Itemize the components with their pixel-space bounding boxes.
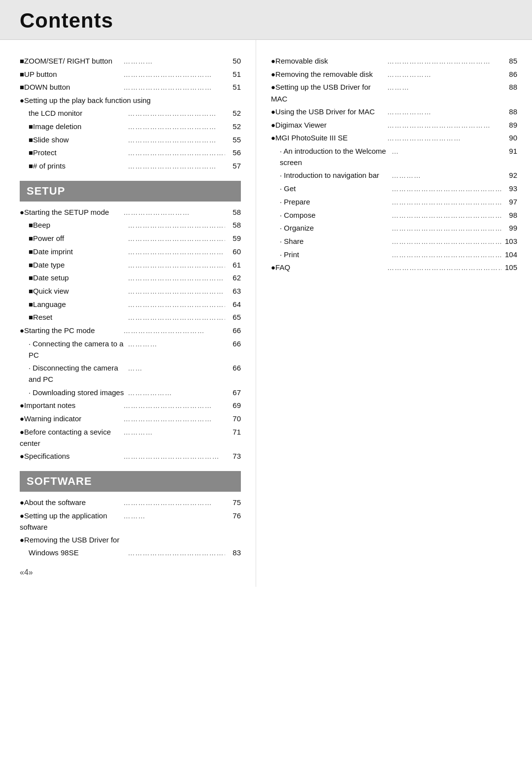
toc-item: · Connecting the camera to a PC…………66: [20, 338, 241, 361]
toc-item-label: the LCD monitor: [20, 107, 126, 119]
toc-item-page: 88: [501, 106, 517, 117]
toc-item: the LCD monitor………………………………52: [20, 107, 241, 119]
toc-item-dots: ……: [126, 363, 226, 374]
toc-item-page: 52: [225, 107, 241, 119]
toc-item-dots: ………………………………: [122, 498, 226, 508]
toc-item: ●FAQ……………………………………………………105: [271, 262, 517, 273]
toc-item-page: 52: [225, 121, 241, 132]
toc-item-dots: ………………: [385, 107, 501, 118]
toc-item: ■Date imprint…………………………………60: [20, 246, 241, 258]
toc-item-dots: ………………………………: [122, 69, 226, 80]
toc-item-dots: ……………………………………: [126, 234, 226, 244]
toc-item-label: · Organize: [271, 222, 390, 234]
toc-item: ■Quick view…………………………………63: [20, 285, 241, 297]
toc-item: · Disconnecting the camera and PC……66: [20, 362, 241, 385]
toc-item-label: · Get: [271, 183, 390, 194]
toc-item-dots: …………………………………: [122, 451, 226, 462]
toc-item-dots: ………………………………………………: [390, 250, 501, 261]
toc-item-dots: …………………………………………: [126, 312, 226, 323]
toc-item-page: 51: [225, 68, 241, 80]
toc-item-label: ●Starting the PC mode: [20, 325, 122, 336]
toc-item-label: · Compose: [271, 209, 390, 221]
toc-item-page: 57: [225, 160, 241, 171]
toc-item-dots: ……………………………: [122, 326, 226, 337]
right-toc-section: ●Removable disk……………………………………85●Removing…: [271, 50, 517, 273]
toc-item-page: 71: [225, 426, 241, 438]
toc-item-page: 75: [225, 497, 241, 508]
toc-item-label: · Prepare: [271, 196, 390, 207]
toc-item: ●Important notes………………………………69: [20, 400, 241, 411]
toc-item-page: 91: [501, 145, 517, 157]
toc-item-dots: ………: [122, 511, 226, 522]
toc-item-dots: …………………………………: [126, 273, 226, 284]
toc-item-label: · Share: [271, 236, 390, 247]
toc-item-dots: …………………………: [385, 133, 501, 144]
toc-item-page: 65: [225, 311, 241, 323]
toc-item: ■Protect……………………………………56: [20, 147, 241, 159]
setup-toc-section: ●Starting the SETUP mode………………………58■Beep…: [20, 206, 241, 462]
toc-item-page: 55: [225, 134, 241, 145]
toc-item-dots: …………: [390, 170, 501, 181]
toc-item-label: ■ZOOM/SET/ RIGHT button: [20, 55, 122, 67]
toc-item: ●Digimax Viewer……………………………………89: [271, 119, 517, 131]
toc-item-dots: ………………: [126, 388, 226, 399]
toc-item-page: 86: [501, 68, 517, 80]
toc-item-label: ■Quick view: [20, 285, 126, 297]
toc-item-dots: …………: [122, 427, 226, 438]
toc-item: ●Setting up the application software………7…: [20, 510, 241, 533]
toc-item-dots: ………………………………: [126, 161, 226, 172]
toc-item-dots: …………………………………: [126, 247, 226, 258]
toc-item-label: ■Beep: [20, 219, 126, 231]
toc-item-label: · Disconnecting the camera and PC: [20, 362, 126, 385]
toc-item-label: Windows 98SE: [20, 547, 126, 558]
toc-item-label: ■Reset: [20, 311, 126, 323]
toc-item-label: ●Starting the SETUP mode: [20, 206, 122, 218]
toc-item-label: ●Using the USB Driver for MAC: [271, 106, 385, 117]
toc-item-dots: ………………………………: [122, 82, 226, 93]
toc-item: · Downloading stored images………………67: [20, 387, 241, 399]
toc-item-label: ●Warning indicator: [20, 413, 122, 424]
toc-item: · Print………………………………………………104: [271, 249, 517, 261]
toc-item-page: 88: [501, 81, 517, 93]
toc-item: ●Before contacting a sevice center…………71: [20, 426, 241, 449]
toc-item-page: 103: [501, 236, 517, 247]
toc-item-dots: ……………………………………………: [390, 236, 501, 247]
toc-item-label: ●FAQ: [271, 262, 385, 273]
toc-item: ●Using the USB Driver for MAC………………88: [271, 106, 517, 118]
toc-item-dots: ………………………: [122, 207, 226, 218]
toc-item: ●MGI PhotoSuite III SE…………………………90: [271, 132, 517, 144]
toc-item: ■Image deletion………………………………52: [20, 121, 241, 133]
toc-item-label: ●Setting up the USB Driver for MAC: [271, 81, 385, 104]
toc-item-label: ■DOWN button: [20, 81, 122, 93]
toc-item: · Get………………………………………………93: [271, 183, 517, 195]
toc-item-page: 66: [225, 362, 241, 373]
toc-item-label: ■Protect: [20, 147, 126, 158]
toc-item: · Introduction to navigation bar…………92: [271, 169, 517, 181]
toc-item-page: 93: [501, 183, 517, 194]
toc-item-page: 66: [225, 325, 241, 336]
toc-item-page: 98: [501, 209, 517, 221]
toc-item: ■UP button………………………………51: [20, 68, 241, 80]
toc-item-page: 69: [225, 400, 241, 411]
software-toc-section: ●About the software………………………………75●Settin…: [20, 497, 241, 559]
toc-item-page: 76: [225, 510, 241, 521]
toc-item: ●Specifications…………………………………73: [20, 450, 241, 462]
toc-item: ■Slide show………………………………55: [20, 134, 241, 146]
toc-item-label: ●Removing the USB Driver for: [20, 534, 241, 545]
toc-item-dots: ……………………………………: [126, 148, 226, 159]
toc-item: ●Setting up the USB Driver for MAC………88: [271, 81, 517, 104]
toc-item-label: ■UP button: [20, 68, 122, 80]
toc-item-page: 73: [225, 450, 241, 462]
toc-item-label: ●MGI PhotoSuite III SE: [271, 132, 385, 143]
left-footer: «4»: [20, 560, 241, 577]
toc-item-label: · An introduction to the Welcome screen: [271, 145, 390, 169]
page-title: Contents: [20, 9, 512, 33]
toc-item-page: 63: [225, 285, 241, 297]
toc-item-page: 66: [225, 338, 241, 349]
toc-item: · Share……………………………………………103: [271, 236, 517, 247]
toc-item-dots: ………………: [385, 69, 501, 80]
toc-item-page: 105: [501, 262, 517, 273]
toc-item: ●Setting up the play back function using: [20, 95, 241, 106]
toc-item-page: 60: [225, 246, 241, 257]
right-column: ●Removable disk……………………………………85●Removing…: [256, 40, 532, 587]
